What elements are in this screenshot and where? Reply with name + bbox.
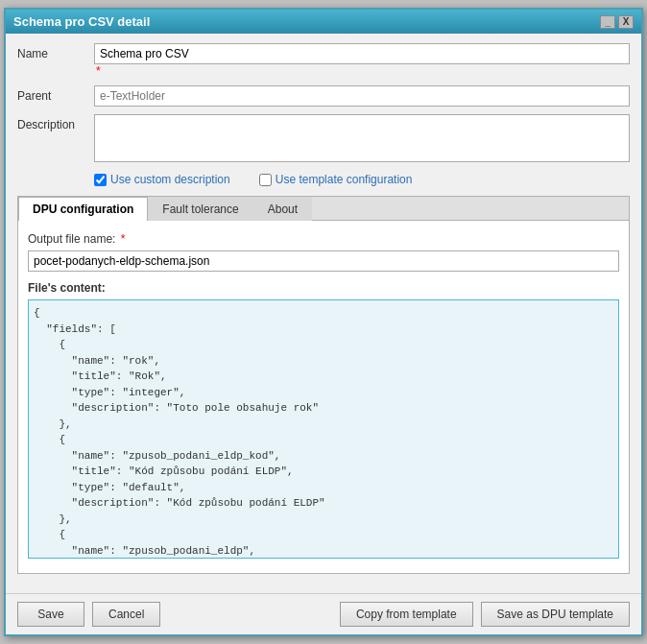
tab-fault-tolerance[interactable]: Fault tolerance [148,197,252,221]
window-controls: _ X [600,15,634,29]
cancel-button[interactable]: Cancel [92,602,160,627]
window-body: Name * Parent Description Use custom de [6,34,641,593]
use-custom-description-label: Use custom description [110,173,230,186]
use-template-configuration-label: Use template configuration [276,173,413,186]
name-input[interactable] [94,43,630,64]
parent-field-container [94,85,630,107]
footer-left: Save Cancel [17,602,160,627]
main-window: Schema pro CSV detail _ X Name * Parent [4,8,643,636]
output-file-input[interactable] [28,250,619,272]
output-required: * [121,232,126,246]
name-field-container: * [94,43,630,78]
use-custom-description-checkbox[interactable] [94,174,107,186]
description-label: Description [17,114,94,131]
name-row: Name * [17,43,630,78]
checkbox-row: Use custom description Use template conf… [94,173,630,186]
save-button[interactable]: Save [17,602,84,627]
output-file-label: Output file name: * [28,232,619,246]
description-row: Description [17,114,630,165]
copy-from-template-button[interactable]: Copy from template [340,602,473,627]
minimize-button[interactable]: _ [600,15,615,29]
save-as-dpu-template-button[interactable]: Save as DPU template [481,602,630,627]
json-content-editor[interactable]: { "fields": [ { "name": "rok", "title": … [28,299,619,559]
description-input[interactable] [94,114,630,162]
tab-content-dpu: Output file name: * File's content: { "f… [18,221,629,573]
name-label: Name [17,43,94,60]
footer-right: Copy from template Save as DPU template [340,602,630,627]
footer-buttons: Save Cancel Copy from template Save as D… [6,593,641,634]
tabs-container: DPU configuration Fault tolerance About … [17,196,630,574]
tab-dpu-configuration[interactable]: DPU configuration [18,197,148,221]
use-template-configuration-checkbox-label[interactable]: Use template configuration [259,173,413,186]
close-button[interactable]: X [618,15,634,29]
name-required: * [96,64,101,78]
tab-about[interactable]: About [253,197,312,221]
use-custom-description-checkbox-label[interactable]: Use custom description [94,173,230,186]
parent-input[interactable] [94,85,630,107]
description-field-container [94,114,630,165]
window-title: Schema pro CSV detail [13,14,150,29]
parent-label: Parent [17,85,94,103]
title-bar: Schema pro CSV detail _ X [6,10,641,34]
files-content-label: File's content: [28,281,619,295]
tabs-header: DPU configuration Fault tolerance About [18,197,629,221]
parent-row: Parent [17,85,630,107]
use-template-configuration-checkbox[interactable] [259,174,272,186]
